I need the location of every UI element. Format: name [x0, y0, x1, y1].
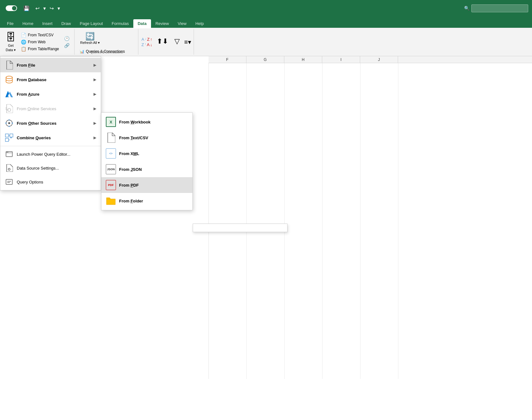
from-other-sources-arrow: ▶ [94, 121, 96, 125]
svg-point-18 [8, 168, 10, 170]
sort-az-icons: A ↓ Z ↑ [142, 37, 152, 42]
recent-sources-ribbon-button[interactable]: 🕐 [62, 35, 73, 42]
file-submenu: X From Workbook From Text/CSV <> From XM… [101, 112, 193, 210]
tab-insert[interactable]: Insert [38, 19, 57, 28]
from-database-label: From Database [17, 77, 46, 82]
tab-help[interactable]: Help [191, 19, 208, 28]
from-other-sources-icon [5, 119, 14, 128]
undo-dropdown-icon[interactable]: ▾ [42, 4, 47, 13]
data-source-settings-icon [5, 164, 14, 172]
undo-redo-area: ↩ ▾ ↪ ▾ [34, 4, 61, 13]
quick-access-icon[interactable]: ▾ [56, 4, 61, 13]
autosave-toggle[interactable] [6, 5, 17, 11]
from-azure-label: From Azure [17, 92, 39, 97]
autosave-area [4, 5, 19, 11]
launch-pq-icon [5, 150, 14, 159]
svg-point-17 [8, 152, 8, 153]
menu-item-from-online-services[interactable]: From Online Services ▶ [0, 101, 101, 116]
ribbon-tab-bar: File Home Insert Draw Page Layout Formul… [0, 16, 532, 28]
sort-button[interactable]: ⬆⬇ [155, 32, 170, 52]
col-header-i: I [322, 56, 360, 63]
filter-advanced-icon[interactable]: ≡▾ [184, 38, 191, 46]
submenu-from-folder[interactable]: From Folder [101, 193, 192, 209]
pdf-icon: PDF [106, 180, 116, 190]
submenu-from-workbook[interactable]: X From Workbook [101, 114, 192, 130]
submenu-from-pdf[interactable]: PDF From PDF [101, 177, 192, 193]
sort-icon: ⬆⬇ [157, 37, 168, 45]
menu-item-from-database[interactable]: From Database ▶ [0, 72, 101, 87]
tab-file[interactable]: File [3, 19, 18, 28]
menu-item-query-options[interactable]: Query Options [0, 175, 101, 189]
svg-point-0 [6, 76, 12, 79]
workbook-icon: X [106, 117, 116, 127]
col-header-g: G [246, 56, 284, 63]
menu-item-data-source-settings[interactable]: Data Source Settings... [0, 161, 101, 175]
svg-rect-11 [5, 134, 9, 137]
data-source-settings-label: Data Source Settings... [17, 166, 59, 171]
from-table-range-ribbon-button[interactable]: 📋 From Table/Range [19, 45, 61, 52]
menu-item-combine-queries[interactable]: Combine Queries ▶ [0, 130, 101, 145]
tab-view[interactable]: View [173, 19, 191, 28]
svg-point-8 [12, 123, 13, 124]
menu-item-launch-pq[interactable]: Launch Power Query Editor... [0, 147, 101, 161]
submenu-from-json[interactable]: JSON From JSON [101, 161, 192, 177]
svg-rect-19 [6, 179, 12, 184]
menu-item-from-file[interactable]: From File ▶ [0, 58, 101, 72]
combine-queries-label: Combine Queries [17, 135, 51, 140]
from-database-icon [5, 75, 14, 84]
col-header-j: J [360, 56, 398, 63]
tab-formulas[interactable]: Formulas [107, 19, 133, 28]
svg-point-7 [9, 119, 10, 121]
col-header-f: F [209, 56, 246, 63]
submenu-from-text-csv[interactable]: From Text/CSV [101, 130, 192, 146]
from-table-range-label: From Table/Range [28, 47, 59, 51]
svg-point-9 [9, 126, 10, 127]
menu-item-from-azure[interactable]: From Azure ▶ [0, 87, 101, 101]
query-options-icon [5, 177, 14, 186]
tab-draw[interactable]: Draw [57, 19, 75, 28]
undo-icon[interactable]: ↩ [34, 4, 41, 13]
refresh-all-label: Refresh All ▾ [80, 41, 100, 45]
menu-item-from-other-sources[interactable]: From Other Sources ▶ [0, 116, 101, 130]
from-text-csv-ribbon-button[interactable]: 📄 From Text/CSV [19, 32, 61, 39]
tab-page-layout[interactable]: Page Layout [76, 19, 107, 28]
toggle-knob [12, 6, 16, 10]
from-file-label: From File [17, 63, 35, 68]
from-json-label: From JSON [119, 167, 142, 172]
tab-home[interactable]: Home [18, 19, 38, 28]
get-data-label: GetData ▾ [6, 43, 16, 52]
refresh-all-button[interactable]: 🔄 Refresh All ▾ [78, 30, 102, 47]
redo-icon[interactable]: ↪ [48, 4, 55, 13]
tab-review[interactable]: Review [151, 19, 173, 28]
col-header-h: H [284, 56, 322, 63]
connections-icon: 🔗 [64, 43, 70, 48]
from-file-icon [5, 61, 14, 69]
from-workbook-label: From Workbook [119, 120, 150, 124]
sort-filter-group: A ↓ Z ↑ Z ↑ A ↓ ⬆⬇ ▽ ≡▾ [139, 29, 194, 55]
from-web-ribbon-button[interactable]: 🌐 From Web [19, 39, 61, 45]
search-input[interactable] [471, 4, 528, 12]
combine-queries-arrow: ▶ [94, 135, 96, 140]
submenu-from-xml[interactable]: <> From XML [101, 146, 192, 161]
text-csv-icon: 📄 [21, 33, 26, 38]
refresh-icon: 🔄 [85, 32, 95, 41]
from-online-services-icon [5, 104, 14, 113]
web-icon: 🌐 [21, 39, 26, 45]
from-other-sources-label: From Other Sources [17, 121, 57, 126]
ribbon: 🗄 GetData ▾ 📄 From Text/CSV 🌐 From Web 📋… [0, 28, 532, 56]
save-icon[interactable]: 💾 [22, 4, 31, 13]
get-data-button[interactable]: 🗄 GetData ▾ [4, 32, 18, 52]
get-data-dropdown: From File ▶ From Database ▶ [0, 56, 101, 190]
existing-connections-ribbon-button[interactable]: 🔗 [62, 42, 73, 49]
from-text-csv-label: From Text/CSV [28, 33, 53, 37]
get-data-icon: 🗄 [6, 32, 16, 43]
from-text-csv-submenu-label: From Text/CSV [119, 135, 148, 140]
filter-button[interactable]: ▽ [172, 32, 182, 52]
svg-marker-2 [9, 92, 13, 97]
rows-area [209, 63, 532, 379]
queries-connections-group: 🔄 Refresh All ▾ 📊 Queries & Connections … [75, 29, 138, 55]
xml-icon: <> [106, 148, 116, 159]
tab-data[interactable]: Data [133, 19, 151, 28]
from-online-services-arrow: ▶ [94, 106, 96, 111]
folder-icon [106, 196, 116, 206]
